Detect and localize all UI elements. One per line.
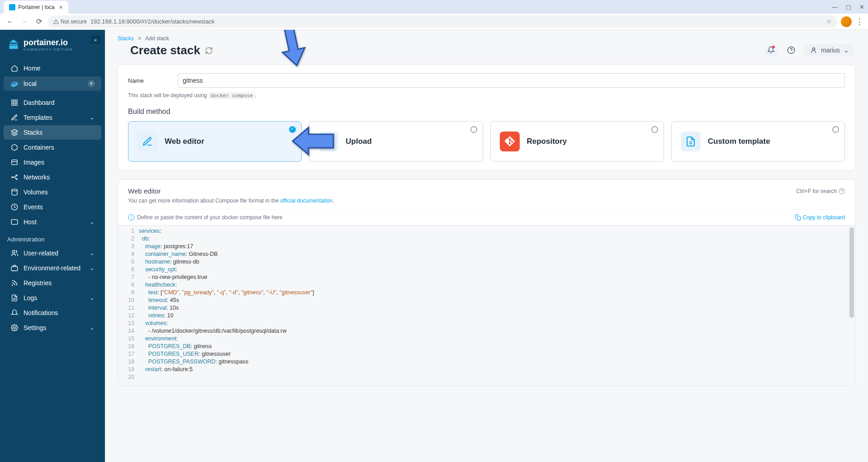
svg-rect-10: [11, 220, 17, 225]
method-custom-template[interactable]: Custom template: [671, 121, 845, 162]
tab-title: Portainer | loca: [18, 4, 55, 10]
code-line[interactable]: POSTGRES_DB: gitness: [139, 343, 855, 350]
minimize-icon[interactable]: —: [832, 4, 838, 10]
sidebar-item-networks[interactable]: Networks: [4, 170, 101, 184]
code-line[interactable]: retries: 10: [139, 312, 855, 320]
info-icon: i: [128, 214, 134, 221]
sidebar-item-user-related[interactable]: User-related⌄: [4, 246, 101, 260]
sidebar-item-settings[interactable]: Settings⌄: [4, 321, 101, 335]
events-icon: [11, 203, 18, 211]
sidebar-item-home[interactable]: Home: [4, 61, 101, 75]
security-indicator: Not secure: [53, 19, 87, 25]
edit-icon: [138, 132, 157, 151]
method-label: Upload: [346, 137, 372, 146]
sidebar-item-volumes[interactable]: Volumes: [4, 185, 101, 199]
git-icon: [500, 132, 520, 151]
code-line[interactable]: environment:: [139, 335, 855, 343]
registries-icon: [11, 279, 18, 287]
stacks-icon: [11, 129, 18, 136]
scrollbar[interactable]: [849, 227, 854, 318]
code-line[interactable]: restart: on-failure:5: [139, 366, 855, 373]
code-line[interactable]: timeout: 45s: [139, 297, 855, 304]
sidebar-item-events[interactable]: Events: [4, 200, 101, 214]
docker-icon: [10, 80, 19, 87]
svg-point-13: [12, 285, 13, 285]
close-window-icon[interactable]: ✕: [859, 4, 864, 10]
method-label: Web editor: [165, 137, 204, 146]
code-line[interactable]: db:: [139, 235, 855, 243]
sidebar-item-host[interactable]: Host⌄: [4, 215, 101, 229]
back-button[interactable]: ←: [5, 16, 15, 27]
notifications-icon: [11, 309, 18, 316]
code-line[interactable]: hostname: gitness-db: [139, 258, 855, 266]
svg-point-5: [12, 177, 13, 178]
sidebar-item-label: Networks: [24, 174, 50, 181]
radio-icon: [470, 126, 477, 133]
code-line[interactable]: volumes:: [139, 320, 855, 327]
sidebar-item-label: Events: [24, 203, 43, 211]
code-line[interactable]: - /volume1/docker/gitness/db:/var/lib/po…: [139, 327, 855, 335]
sidebar-item-logs[interactable]: Logs⌄: [4, 291, 101, 305]
sidebar-item-stacks[interactable]: Stacks: [4, 125, 101, 140]
code-line[interactable]: - no-new-privileges:true: [139, 273, 855, 281]
method-upload[interactable]: Upload: [309, 121, 483, 162]
sidebar-item-registries[interactable]: Registries: [4, 276, 101, 290]
code-editor[interactable]: 1234567891011121314151617181920 services…: [118, 225, 855, 386]
close-environment-icon[interactable]: ✕: [88, 80, 95, 87]
svg-rect-3: [15, 103, 17, 105]
sidebar-item-label: Images: [24, 159, 44, 166]
tab-close-icon[interactable]: ×: [59, 4, 63, 11]
reload-button[interactable]: ⟳: [33, 16, 44, 27]
build-method-options: Web editor Upload Repository Custom temp…: [128, 121, 845, 162]
sidebar-item-templates[interactable]: Templates⌄: [4, 110, 101, 125]
sidebar-item-dashboard[interactable]: Dashboard: [4, 95, 101, 110]
method-web-editor[interactable]: Web editor: [128, 121, 302, 162]
breadcrumb-current: Add stack: [145, 35, 169, 42]
code-line[interactable]: POSTGRES_PASSWORD: gitnesspass: [139, 358, 855, 366]
templates-icon: [11, 114, 18, 121]
svg-point-16: [812, 47, 815, 50]
refresh-icon[interactable]: [205, 47, 213, 55]
sidebar-item-label: User-related: [24, 250, 58, 257]
copy-to-clipboard-button[interactable]: Copy to clipboard: [795, 214, 845, 221]
method-repository[interactable]: Repository: [490, 121, 664, 162]
sidebar-item-notifications[interactable]: Notifications: [4, 306, 101, 320]
code-line[interactable]: [139, 373, 855, 381]
code-line[interactable]: healthcheck:: [139, 281, 855, 289]
browser-tab-bar: Portainer | loca × — ▢ ✕: [0, 0, 868, 14]
docs-link[interactable]: official documentation: [280, 198, 332, 204]
code-line[interactable]: security_opt:: [139, 266, 855, 273]
code-line[interactable]: image: postgres:17: [139, 243, 855, 250]
copy-icon: [795, 214, 801, 221]
breadcrumb-stacks[interactable]: Stacks: [118, 35, 134, 42]
bookmark-icon[interactable]: ☆: [826, 18, 832, 25]
sidebar-item-environment-related[interactable]: Environment-related⌄: [4, 261, 101, 275]
portainer-logo-icon: [7, 38, 20, 51]
browser-tab[interactable]: Portainer | loca ×: [4, 1, 68, 14]
code-line[interactable]: POSTGRES_USER: gitnessuser: [139, 350, 855, 358]
svg-point-14: [14, 327, 15, 329]
code-body[interactable]: services: db: image: postgres:17 contain…: [139, 227, 855, 381]
sidebar-item-images[interactable]: Images: [4, 155, 101, 170]
maximize-icon[interactable]: ▢: [846, 4, 851, 10]
notifications-button[interactable]: [764, 43, 778, 57]
volumes-icon: [11, 189, 18, 196]
profile-avatar[interactable]: [841, 16, 852, 27]
url-bar[interactable]: Not secure 192.168.1.18:9000/#!/2/docker…: [48, 15, 837, 28]
stack-name-input[interactable]: [178, 73, 845, 88]
user-menu[interactable]: marius ⌄: [804, 44, 855, 57]
code-line[interactable]: container_name: Gitness-DB: [139, 250, 855, 258]
code-line[interactable]: test: ["CMD", "pg_isready", "-q", "-d", …: [139, 289, 855, 297]
sidebar-item-containers[interactable]: Containers: [4, 140, 101, 155]
code-line[interactable]: interval: 10s: [139, 304, 855, 312]
main-content: Stacks > Add stack Create stack: [105, 30, 868, 462]
sidebar-environment[interactable]: local ✕: [4, 76, 101, 91]
svg-rect-0: [12, 100, 14, 102]
browser-menu-icon[interactable]: ⋮: [855, 17, 863, 27]
radio-selected-icon: [289, 126, 296, 133]
help-button[interactable]: [784, 43, 798, 57]
code-line[interactable]: services:: [139, 227, 855, 235]
forward-button[interactable]: →: [19, 16, 30, 27]
networks-icon: [11, 174, 18, 181]
collapse-sidebar-button[interactable]: «: [90, 35, 100, 44]
